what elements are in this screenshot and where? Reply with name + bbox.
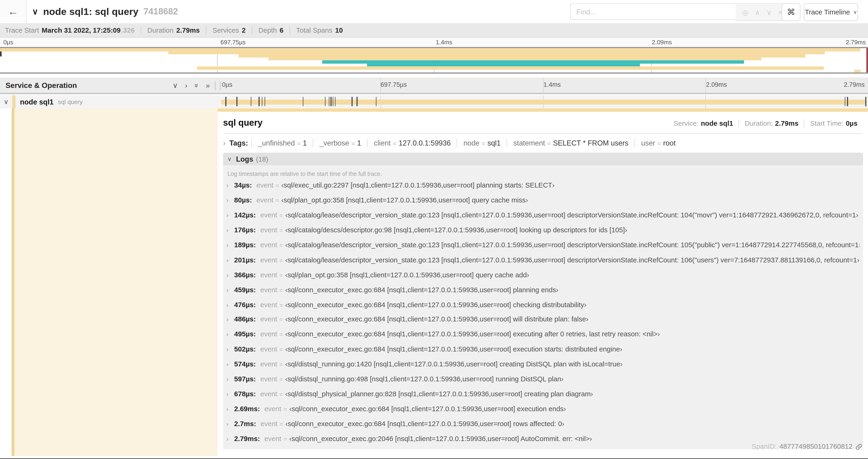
expand-all-icon[interactable]: » (206, 81, 210, 90)
log-chevron-icon[interactable]: › (226, 420, 234, 428)
detail-meta: Service: node sql1 Duration: 2.79ms Star… (668, 120, 863, 127)
log-field-value: ‹sql/conn_executor_exec.go:2046 [nsql1,c… (289, 435, 592, 442)
log-entry[interactable]: › 678µs: event = ‹sql/distsql_physical_p… (226, 387, 860, 401)
expand-one-icon[interactable]: › (185, 81, 187, 90)
log-equals: = (283, 405, 287, 412)
log-chevron-icon[interactable]: › (226, 256, 234, 264)
trace-view-select[interactable]: Trace Timeline ∨ (804, 3, 858, 21)
logs-label: Logs (236, 155, 253, 163)
tags-row[interactable]: › Tags: _unfinished = 1 _verbose = 1 (223, 139, 863, 147)
service-operation-title: Service & Operation (6, 81, 173, 90)
log-marker-tick[interactable] (331, 97, 332, 106)
log-chevron-icon[interactable]: › (226, 360, 234, 368)
log-marker-tick[interactable] (335, 97, 336, 106)
log-field-key: event (260, 330, 277, 338)
find-controls: ◎ ∧ ∨ × (736, 3, 789, 21)
log-entry[interactable]: › 486µs: event = ‹sql/conn_executor_exec… (226, 312, 860, 327)
log-chevron-icon[interactable]: › (226, 182, 234, 189)
log-entry[interactable]: › 2.69ms: event = ‹sql/conn_executor_exe… (226, 401, 860, 416)
find-prev-icon[interactable]: ∧ (755, 8, 760, 16)
log-entry[interactable]: › 597µs: event = ‹sql/distsql_running.go… (226, 371, 860, 387)
span-id-footer: SpanID: 4877749850101760812 (751, 443, 862, 450)
tags-chevron-icon[interactable]: › (223, 139, 225, 147)
log-timestamp: 366µs: (234, 271, 256, 279)
log-marker-tick[interactable] (236, 97, 237, 106)
detail-left-column (0, 108, 217, 456)
collapse-one-icon[interactable]: ∨ (173, 81, 178, 90)
log-marker-tick[interactable] (303, 97, 304, 106)
log-marker-tick[interactable] (265, 97, 265, 106)
log-marker-tick[interactable] (845, 97, 846, 106)
log-marker-tick[interactable] (251, 97, 252, 106)
log-field-key: event (256, 182, 274, 189)
shortcuts-button[interactable]: ⌘ (782, 3, 801, 21)
log-chevron-icon[interactable]: › (226, 271, 234, 279)
log-timestamp: 34µs: (234, 182, 252, 189)
log-marker-tick[interactable] (357, 97, 358, 106)
minimap-tick: 2.79ms (846, 39, 866, 45)
find-next-icon[interactable]: ∨ (767, 8, 772, 16)
log-entry[interactable]: › 366µs: event = ‹sql/plan_opt.go:358 [n… (226, 267, 860, 283)
log-chevron-icon[interactable]: › (226, 330, 234, 338)
find-input[interactable] (570, 3, 736, 20)
log-entry[interactable]: › 574µs: event = ‹sql/distsql_running.go… (226, 357, 860, 371)
log-field-key: event (260, 271, 277, 279)
span-bar-cell[interactable] (217, 95, 868, 108)
log-field-key: event (260, 420, 277, 428)
span-row[interactable]: ∨ node sql1 sql query (0, 95, 868, 108)
log-chevron-icon[interactable]: › (226, 301, 234, 308)
log-marker-tick[interactable] (329, 97, 330, 106)
log-marker-tick[interactable] (865, 97, 866, 106)
log-entry[interactable]: › 2.7ms: event = ‹sql/conn_executor_exec… (226, 416, 860, 431)
log-timestamp: 142µs: (234, 211, 256, 219)
log-marker-tick[interactable] (333, 97, 334, 106)
log-equals: = (280, 227, 283, 233)
log-chevron-icon[interactable]: › (226, 435, 234, 442)
log-chevron-icon[interactable]: › (226, 286, 234, 294)
log-entry[interactable]: › 142µs: event = ‹sql/catalog/lease/desc… (226, 208, 860, 223)
logs-header[interactable]: ∨ Logs (18) (223, 153, 863, 166)
log-timestamp: 502µs: (234, 346, 256, 353)
log-marker-tick[interactable] (258, 97, 259, 106)
deep-link-icon[interactable] (855, 443, 862, 450)
collapse-trace-chevron-icon[interactable]: ∨ (32, 6, 38, 17)
log-equals: = (280, 212, 283, 219)
log-equals: = (280, 286, 283, 293)
log-entry[interactable]: › 80µs: event = ‹sql/plan_opt.go:358 [ns… (226, 193, 860, 208)
log-entry[interactable]: › 201µs: event = ‹sql/catalog/lease/desc… (226, 253, 860, 267)
logs-collapse-chevron-icon[interactable]: ∨ (227, 156, 231, 162)
log-marker-tick[interactable] (262, 97, 263, 106)
log-chevron-icon[interactable]: › (226, 316, 234, 323)
log-entry[interactable]: › 176µs: event = ‹sql/catalog/descs/desc… (226, 223, 860, 238)
log-marker-tick[interactable] (352, 97, 352, 106)
log-entry[interactable]: › 476µs: event = ‹sql/conn_executor_exec… (226, 297, 860, 312)
collapse-all-icon[interactable]: » (192, 83, 201, 87)
log-marker-tick[interactable] (376, 97, 377, 106)
log-chevron-icon[interactable]: › (226, 390, 234, 398)
log-marker-tick[interactable] (325, 97, 326, 106)
log-entry[interactable]: › 34µs: event = ‹sql/exec_util.go:2297 [… (226, 178, 860, 193)
timeline-minimap[interactable] (0, 47, 868, 74)
span-duration-bar[interactable] (221, 99, 865, 104)
back-button[interactable]: ← (0, 0, 27, 23)
log-entry[interactable]: › 502µs: event = ‹sql/conn_executor_exec… (226, 342, 860, 357)
tag-item: _unfinished = 1 (251, 139, 313, 147)
log-entry[interactable]: › 189µs: event = ‹sql/catalog/lease/desc… (226, 238, 860, 253)
log-entry[interactable]: › 459µs: event = ‹sql/conn_executor_exec… (226, 283, 860, 297)
log-entry[interactable]: › 495µs: event = ‹sql/conn_executor_exec… (226, 327, 860, 342)
log-marker-tick[interactable] (225, 97, 226, 106)
log-timestamp: 574µs: (234, 360, 256, 368)
locate-icon[interactable]: ◎ (742, 8, 748, 16)
span-collapse-chevron-icon[interactable]: ∨ (0, 98, 12, 106)
log-chevron-icon[interactable]: › (226, 211, 234, 219)
log-chevron-icon[interactable]: › (226, 241, 234, 249)
bottom-edge (0, 458, 868, 459)
log-chevron-icon[interactable]: › (226, 375, 234, 383)
log-chevron-icon[interactable]: › (226, 197, 234, 204)
log-chevron-icon[interactable]: › (226, 346, 234, 353)
span-name-cell[interactable]: ∨ node sql1 sql query (0, 95, 217, 108)
ruler-tick: 1.4ms (544, 81, 561, 88)
log-marker-tick[interactable] (847, 97, 848, 106)
log-chevron-icon[interactable]: › (226, 226, 234, 234)
log-chevron-icon[interactable]: › (226, 405, 234, 413)
